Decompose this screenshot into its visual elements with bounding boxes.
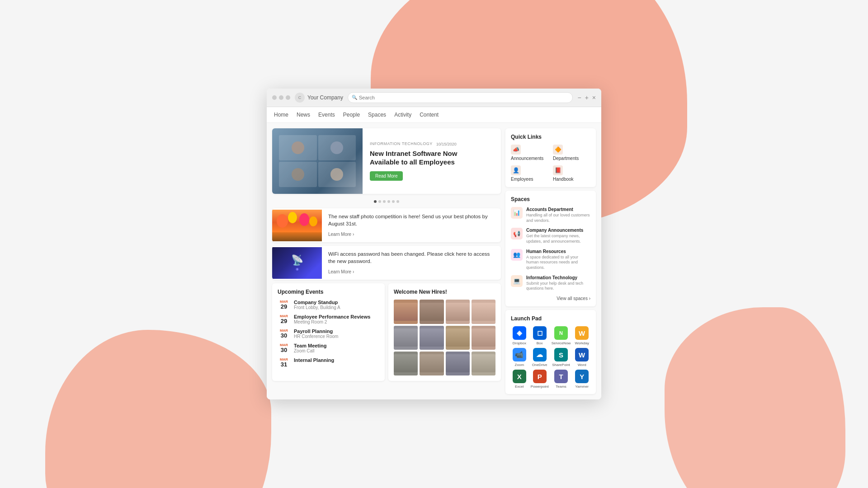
- upcoming-events-title: Upcoming Events: [278, 289, 379, 295]
- event-item-4: MAR 30 Team Meeting Zoom Call: [278, 343, 379, 353]
- lp-word[interactable]: W Word: [573, 348, 590, 367]
- hero-dot-4[interactable]: [387, 200, 390, 203]
- browser-dot-red: [272, 95, 277, 100]
- news-card-wifi: 📡 ◉ WiFi access password has been change…: [272, 246, 501, 280]
- quick-link-departments[interactable]: 🔶 Departments: [553, 145, 590, 161]
- company-announcements-icon: 📢: [511, 228, 523, 239]
- nav-events[interactable]: Events: [318, 111, 335, 119]
- event-name-2: Employee Performance Reviews: [294, 314, 379, 319]
- nav-content[interactable]: Content: [420, 111, 439, 119]
- close-button[interactable]: ×: [592, 94, 596, 101]
- video-cell-1: [279, 135, 317, 160]
- it-icon: 💻: [511, 275, 523, 287]
- event-info-3: Payroll Planning HR Conference Room: [294, 328, 379, 339]
- browser-dot-green: [286, 95, 290, 100]
- lp-onedrive[interactable]: ☁ OneDrive: [531, 348, 549, 367]
- quick-link-announcements[interactable]: 📣 Announcements: [511, 145, 548, 161]
- hero-dot-2[interactable]: [378, 200, 381, 203]
- hero-dot-6[interactable]: [396, 200, 399, 203]
- event-location-3: HR Conference Room: [294, 334, 379, 339]
- news-text-1: The new staff photo competition is here!…: [328, 213, 495, 227]
- hire-avatar-7: [446, 326, 470, 350]
- view-all-spaces-link[interactable]: View all spaces: [511, 296, 590, 301]
- news-image-wifi: 📡 ◉: [272, 247, 322, 279]
- lp-sharepoint[interactable]: S SharePoint: [552, 348, 571, 367]
- news-card-balloons: The new staff photo competition is here!…: [272, 208, 501, 242]
- yammer-icon: Y: [575, 370, 589, 383]
- event-date-5: MAR 31: [278, 357, 290, 367]
- spaces-title: Spaces: [511, 196, 590, 202]
- hr-icon: 👥: [511, 249, 523, 261]
- right-sidebar: Quick Links 📣 Announcements 🔶 Department…: [505, 128, 596, 394]
- event-date-3: MAR 30: [278, 328, 290, 338]
- hero-banner: INFORMATION TECHNOLOGY 10/15/2020 New In…: [272, 128, 501, 194]
- nav-activity[interactable]: Activity: [394, 111, 411, 119]
- lp-teams[interactable]: T Teams: [552, 370, 571, 389]
- space-item-announcements[interactable]: 📢 Company Announcements Get the latest c…: [511, 228, 590, 244]
- minimize-button[interactable]: −: [577, 94, 581, 101]
- word-label: Word: [578, 363, 586, 367]
- workday-label: Workday: [575, 341, 589, 345]
- space-item-accounts[interactable]: 📊 Accounts Department Handling all of ou…: [511, 207, 590, 223]
- launchpad-title: Launch Pad: [511, 315, 590, 322]
- search-input[interactable]: [359, 95, 569, 100]
- hero-dot-1[interactable]: [374, 200, 377, 203]
- content-area: INFORMATION TECHNOLOGY 10/15/2020 New In…: [267, 123, 601, 399]
- announcements-label: Announcements: [511, 156, 543, 161]
- lp-excel[interactable]: X Excel: [511, 370, 528, 389]
- word-icon: W: [575, 348, 589, 361]
- browser-window: C Your Company 🔍 − + × Home News Events …: [267, 89, 601, 399]
- event-date-2: MAR 29: [278, 314, 290, 324]
- lp-zoom[interactable]: 📹 Zoom: [511, 348, 528, 367]
- learn-more-1[interactable]: Learn More: [328, 232, 354, 237]
- learn-more-2[interactable]: Learn More: [328, 269, 354, 274]
- company-name: Your Company: [307, 94, 343, 101]
- event-day-5: 31: [278, 361, 290, 367]
- event-day-4: 30: [278, 347, 290, 353]
- search-icon: 🔍: [352, 95, 357, 100]
- nav-news[interactable]: News: [297, 111, 310, 119]
- space-info-announcements: Company Announcements Get the latest com…: [526, 228, 590, 244]
- lp-powerpoint[interactable]: P Powerpoint: [531, 370, 549, 389]
- space-item-hr[interactable]: 👥 Human Resources A space dedicated to a…: [511, 249, 590, 271]
- excel-label: Excel: [515, 385, 524, 389]
- browser-dots: [272, 95, 290, 100]
- quick-links-title: Quick Links: [511, 134, 590, 140]
- new-hires-title: Welcome New Hires!: [394, 289, 495, 295]
- hero-dot-3[interactable]: [383, 200, 386, 203]
- lp-servicenow[interactable]: N ServiceNow: [552, 326, 571, 345]
- hero-dot-5[interactable]: [392, 200, 395, 203]
- event-date-1: MAR 29: [278, 300, 290, 310]
- read-more-button[interactable]: Read More: [370, 171, 403, 181]
- news-content-2: WiFi access password has been changed. P…: [322, 246, 501, 280]
- browser-search-bar[interactable]: 🔍: [348, 92, 573, 103]
- nav-people[interactable]: People: [343, 111, 360, 119]
- browser-chrome: C Your Company 🔍 − + ×: [267, 89, 601, 107]
- space-item-it[interactable]: 💻 Information Technology Submit your hel…: [511, 275, 590, 291]
- browser-controls: − + ×: [577, 94, 596, 101]
- nav-spaces[interactable]: Spaces: [368, 111, 386, 119]
- hero-content: INFORMATION TECHNOLOGY 10/15/2020 New In…: [363, 128, 486, 194]
- handbook-label: Handbook: [553, 177, 574, 182]
- servicenow-label: ServiceNow: [552, 341, 571, 345]
- nav-home[interactable]: Home: [274, 111, 288, 119]
- event-location-1: Front Lobby, Building A: [294, 305, 379, 310]
- space-name-accounts: Accounts Department: [526, 207, 590, 212]
- zoom-icon: 📹: [513, 348, 526, 361]
- event-item-5: MAR 31 Internal Planning: [278, 357, 379, 367]
- hire-avatar-9: [394, 352, 418, 375]
- quick-link-handbook[interactable]: 📕 Handbook: [553, 165, 590, 182]
- news-content-1: The new staff photo competition is here!…: [322, 208, 501, 242]
- space-name-hr: Human Resources: [526, 249, 590, 254]
- dropbox-icon: ◈: [513, 326, 526, 340]
- box-label: Box: [537, 341, 543, 345]
- lp-workday[interactable]: W Workday: [573, 326, 590, 345]
- lp-dropbox[interactable]: ◈ Dropbox: [511, 326, 528, 345]
- space-info-hr: Human Resources A space dedicated to all…: [526, 249, 590, 271]
- maximize-button[interactable]: +: [585, 94, 589, 101]
- quick-link-employees[interactable]: 👤 Employees: [511, 165, 548, 182]
- lp-yammer[interactable]: Y Yammer: [573, 370, 590, 389]
- event-date-4: MAR 30: [278, 343, 290, 353]
- hire-avatar-5: [394, 326, 418, 350]
- lp-box[interactable]: ◻ Box: [531, 326, 549, 345]
